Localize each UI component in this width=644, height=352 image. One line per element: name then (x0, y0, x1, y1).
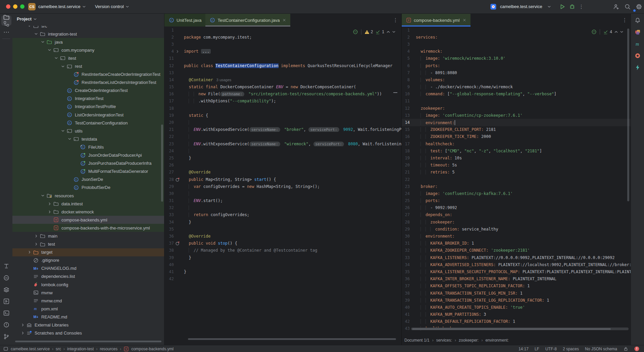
tree-item[interactable]: C MultiFormatTestDataGenerator (12, 167, 164, 175)
error-notification-icon[interactable] (634, 346, 639, 351)
status-breadcrumb-item[interactable]: compose-backends.yml (131, 347, 174, 351)
tab-TestContainerConfiguration.java[interactable]: C TestContainerConfiguration.java (205, 14, 290, 27)
chevron-down-icon[interactable] (60, 65, 66, 67)
code-line[interactable]: 41 KAFKA_NUM_PARTITIONS: 3 (402, 311, 631, 318)
java-editor[interactable]: 1 2 package com.mycompany.itest; 3 4 imp… (164, 27, 401, 345)
code-line[interactable]: 40 KAFKA_AUTO_CREATE_TOPICS_ENABLE: 'tru… (402, 304, 631, 311)
code-line[interactable]: 33 KAFKA_LISTENERS: PLAINTEXT://0.0.0.0:… (402, 254, 631, 261)
code-line[interactable]: 14 environment: (402, 119, 631, 126)
code-line[interactable]: 12 public class TestContainerConfigurati… (164, 62, 401, 69)
notifications-bell-tool-button[interactable] (633, 15, 643, 26)
code-line[interactable]: 23 broker: (402, 183, 631, 190)
chevron-right-icon[interactable] (20, 332, 26, 335)
commit-tool-button[interactable] (1, 261, 11, 271)
tree-item[interactable]: utils (12, 127, 164, 135)
breadcrumb-item[interactable]: zookeeper: (459, 338, 479, 343)
code-line[interactable]: 32 (164, 204, 401, 211)
chevron-down-icon[interactable] (53, 57, 59, 59)
java-horizontal-scrollbar[interactable] (188, 338, 396, 340)
code-line[interactable]: 16 ZOOKEEPER_TICK_TIME: 2000 (402, 133, 631, 140)
plugin-tool-button[interactable] (633, 27, 643, 37)
tree-item[interactable]: C ListOrdersIntegrationTest (12, 111, 164, 119)
warnings-indicator[interactable]: 2 (364, 30, 373, 34)
java-inspection-widget[interactable]: 21 (353, 29, 395, 35)
status-item[interactable]: No JSON schema (585, 347, 617, 351)
endpoints-tool-button[interactable] (633, 62, 643, 72)
project-menu[interactable]: camelbee.test.service (38, 0, 86, 13)
version-control-tool-button[interactable] (1, 332, 11, 342)
tree-item[interactable]: main (12, 232, 164, 240)
tab-UnitTest.java[interactable]: C UnitTest.java (164, 14, 205, 27)
code-line[interactable]: 13 (164, 69, 401, 76)
tree-item[interactable]: data.inttest (12, 200, 164, 208)
code-line[interactable]: 17 .withOptions("--compatibility"); (164, 98, 401, 105)
typos-indicator[interactable]: 1 (375, 29, 384, 35)
next-problem-icon[interactable] (392, 31, 395, 33)
code-line[interactable]: 17 healthcheck: (402, 140, 631, 147)
status-breadcrumb-item[interactable]: integration-test (67, 347, 94, 351)
code-line[interactable]: 3 (402, 41, 631, 48)
pull-requests-tool-button[interactable] (1, 273, 11, 283)
code-line[interactable]: 7 - 8091:8080 (402, 69, 631, 76)
code-line[interactable]: 27 depends_on: (402, 211, 631, 218)
breadcrumb-item[interactable]: services: (436, 338, 452, 343)
maximize-window-button[interactable] (20, 4, 24, 9)
tree-item[interactable]: M CHANGELOG.md (12, 264, 164, 272)
tree-item[interactable]: mvnw (12, 289, 164, 297)
tree-item[interactable]: test (12, 240, 164, 248)
tree-item[interactable]: Scratches and Consoles (12, 329, 164, 337)
close-icon[interactable] (462, 18, 466, 22)
code-line[interactable]: 25 } (164, 154, 401, 161)
tree-item[interactable]: itest (12, 54, 164, 62)
code-line[interactable]: 27 @Override (164, 169, 401, 176)
code-line[interactable]: 11 (402, 98, 631, 105)
code-line[interactable]: 38 KAFKA_TRANSACTION_STATE_LOG_MIN_ISR: … (402, 290, 631, 297)
code-line[interactable]: 24 (164, 147, 401, 154)
chevron-down-icon[interactable] (60, 130, 66, 132)
code-line[interactable]: 4 wiremock: (402, 48, 631, 55)
code-line[interactable]: 15 ZOOKEEPER_CLIENT_PORT: 2181 (402, 126, 631, 133)
code-line[interactable]: 2 package com.mycompany.itest; (164, 34, 401, 41)
status-item[interactable]: 14:17 (518, 347, 529, 351)
yaml-editor[interactable]: 1 2 services: 3 4 wiremock: 5 image: 'wi… (402, 27, 631, 345)
tree-item[interactable]: C IntegrationTest (12, 95, 164, 103)
build-tool-button[interactable] (1, 285, 11, 295)
status-item[interactable]: LF (535, 347, 539, 351)
status-breadcrumb-item[interactable]: camelbee.test.service (11, 347, 50, 351)
tree-item[interactable]: .gitignore (12, 256, 164, 264)
status-breadcrumb-item[interactable]: resources (100, 347, 117, 351)
services-tool-button[interactable] (1, 296, 11, 306)
code-line[interactable]: 36 KAFKA_INTER_BROKER_LISTENER_NAME: PLA… (402, 275, 631, 283)
code-line[interactable]: 29 var configOverrides = new HashMap<Str… (164, 183, 401, 190)
chevron-right-icon[interactable] (33, 243, 39, 246)
code-line[interactable]: 4 import ... (164, 48, 401, 55)
tree-item[interactable]: Y compose-backends.yml (12, 216, 164, 224)
tab-compose-backends.yml[interactable]: Y compose-backends.yml (402, 14, 470, 27)
code-line[interactable]: 31 ENV.start(); (164, 197, 401, 204)
tree-item[interactable]: C TestContainerConfiguration (12, 119, 164, 127)
code-line[interactable]: 2 services: (402, 34, 631, 41)
code-line[interactable]: 18 test: ["CMD", "nc", "-z", "localhost"… (402, 147, 631, 154)
code-line[interactable]: 16 new File(pathname: "src/integration-t… (164, 91, 401, 98)
tree-item[interactable]: com.mycompany (12, 46, 164, 54)
code-line[interactable]: 20 (164, 119, 401, 126)
tree-item[interactable]: C FileUtils (12, 143, 164, 151)
code-line[interactable]: 26 - 9092:9092 (402, 204, 631, 211)
tree-item[interactable]: docker.wiremock (12, 208, 164, 216)
code-line[interactable]: 14 @Container3 usages (164, 76, 401, 83)
code-line[interactable]: 5 image: 'wiremock/wiremock:3.10.0' (402, 55, 631, 62)
code-line[interactable]: 15 static final DockerComposeContainer E… (164, 84, 401, 91)
chevron-down-icon[interactable] (67, 138, 72, 140)
tree-item[interactable]: C JsonPurchaseDataProducerInfra (12, 159, 164, 167)
code-line[interactable]: 42 KAFKA_DEFAULT_REPLICATION_FACTOR: 1 (402, 318, 631, 325)
yaml-inspection-widget[interactable]: 4 (591, 29, 623, 35)
project-folder-tool-button[interactable] (1, 15, 11, 26)
code-line[interactable]: 19 static { (164, 112, 401, 119)
tree-item[interactable]: External Libraries (12, 321, 164, 329)
code-line[interactable]: 26 (164, 162, 401, 169)
code-line[interactable]: 12 zookeeper: (402, 105, 631, 112)
code-line[interactable]: 31 KAFKA_BROKER_ID: 1 (402, 240, 631, 247)
status-item[interactable]: UTF-8 (545, 347, 557, 351)
tree-item[interactable]: M README.md (12, 313, 164, 321)
chevron-down-icon[interactable] (33, 33, 39, 35)
